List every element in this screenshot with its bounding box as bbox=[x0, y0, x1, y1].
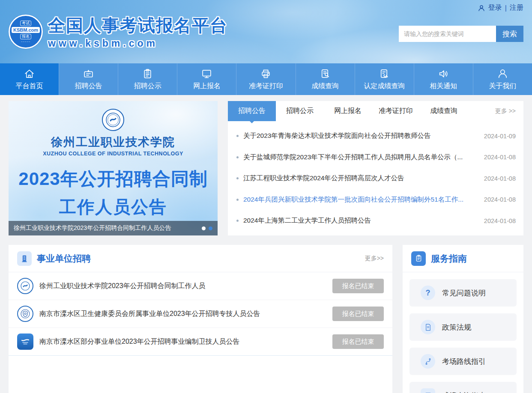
nav-item-recruit-publicity[interactable]: 招聘公示 bbox=[118, 63, 177, 95]
bullet-icon bbox=[236, 199, 239, 201]
question-icon: ? bbox=[421, 286, 435, 300]
service-header: 服务指南 bbox=[403, 245, 523, 272]
main-content: 徐州工业职业技术学院 XUZHOU COLLEGE OF INDUSTRIAL … bbox=[0, 95, 532, 235]
bullet-icon bbox=[236, 220, 239, 222]
person-icon bbox=[497, 68, 508, 80]
policy-icon bbox=[421, 320, 435, 334]
printer-icon bbox=[260, 68, 272, 80]
register-link[interactable]: 注册 bbox=[510, 3, 523, 12]
status-button[interactable]: 报名已结束 bbox=[332, 279, 384, 293]
nav-item-score-query[interactable]: 成绩查询 bbox=[296, 63, 355, 95]
status-button[interactable]: 报名已结束 bbox=[332, 307, 384, 321]
brand-text: 全国人事考试报名平台 www.ksbm.com bbox=[48, 14, 228, 49]
employment-more-link[interactable]: 更多>> bbox=[365, 255, 384, 262]
service-list: ? 常见问题说明 政策法规 考场路线指引 bbox=[403, 272, 523, 393]
public-institution-recruitment-panel: 事业单位招聘 更多>> 徐州工业职业技术学院2023年公开招聘合同制工作人员 报… bbox=[9, 245, 392, 393]
tab-recruit-announcements[interactable]: 招聘公告 bbox=[228, 101, 276, 121]
news-panel: 招聘公告 招聘公示 网上报名 准考证打印 成绩查询 更多 >> 关于2023年青… bbox=[228, 101, 523, 235]
nav-item-certified-score-query[interactable]: 认定成绩查询 bbox=[355, 63, 414, 95]
banner-headline-line1: 2023年公开招聘合同制 bbox=[9, 167, 218, 191]
carousel-caption-bar: 徐州工业职业技术学院2023年公开招聘合同制工作人员公告 bbox=[9, 221, 218, 235]
bottom-section: 事业单位招聘 更多>> 徐州工业职业技术学院2023年公开招聘合同制工作人员 报… bbox=[0, 235, 532, 393]
news-item[interactable]: 2024年上海第二工业大学工作人员招聘公告 2024-01-08 bbox=[236, 210, 516, 232]
search-input[interactable] bbox=[399, 26, 496, 42]
site-title: 全国人事考试报名平台 bbox=[48, 14, 228, 37]
tab-online-registration[interactable]: 网上报名 bbox=[324, 101, 372, 121]
service-title: 服务指南 bbox=[431, 253, 467, 265]
news-item[interactable]: 江苏工程职业技术学院2024年公开招聘高层次人才公告 2024-01-08 bbox=[236, 168, 516, 189]
nav-item-admission-ticket-print[interactable]: 准考证打印 bbox=[236, 63, 295, 95]
org-seal-icon bbox=[20, 280, 31, 292]
college-seal-logo bbox=[102, 109, 124, 131]
employment-item[interactable]: 徐州工业职业技术学院2023年公开招聘合同制工作人员 报名已结束 bbox=[9, 272, 392, 300]
search-button[interactable]: 搜索 bbox=[496, 26, 523, 42]
bullet-icon bbox=[236, 156, 239, 158]
speaker-icon bbox=[438, 68, 449, 80]
route-icon bbox=[421, 354, 435, 369]
nav-item-about-us[interactable]: 关于我们 bbox=[473, 63, 532, 95]
news-item[interactable]: 关于盐城师范学院2023年下半年公开招聘工作人员拟聘用人员名单公示（... 20… bbox=[236, 147, 516, 168]
news-tabs: 招聘公告 招聘公示 网上报名 准考证打印 成绩查询 更多 >> bbox=[228, 101, 523, 121]
banner-carousel[interactable]: 徐州工业职业技术学院 XUZHOU COLLEGE OF INDUSTRIAL … bbox=[9, 101, 218, 235]
employment-item[interactable]: 南京市溧水区卫生健康委员会所属事业单位2023年公开招聘专技人员公告 报名已结束 bbox=[9, 300, 392, 328]
carousel-caption[interactable]: 徐州工业职业技术学院2023年公开招聘合同制工作人员公告 bbox=[14, 224, 197, 232]
monitor-icon bbox=[201, 68, 212, 80]
nav-item-home[interactable]: 平台首页 bbox=[0, 63, 59, 95]
login-link[interactable]: 登录 bbox=[488, 3, 502, 12]
employment-item[interactable]: 南京市溧水区部分事业单位2023年公开招聘事业编制卫技人员公告 报名已结束 bbox=[9, 328, 392, 356]
bullet-icon bbox=[236, 135, 239, 137]
service-clipboard-icon bbox=[411, 251, 426, 266]
carousel-dots bbox=[202, 226, 212, 230]
logo-arc: ~~~~~ bbox=[21, 40, 31, 43]
clipboard-icon bbox=[415, 254, 423, 262]
topbar-divider: | bbox=[505, 4, 507, 12]
banner-headline-line2: 工作人员公告 bbox=[9, 195, 218, 219]
carousel-dot-1[interactable] bbox=[202, 226, 206, 230]
news-item[interactable]: 关于2023年青海柴达木职业技术学院面向社会公开招聘教师公告 2024-01-0… bbox=[236, 125, 516, 147]
news-more-link[interactable]: 更多 >> bbox=[495, 107, 523, 115]
building-icon bbox=[20, 254, 29, 263]
user-icon bbox=[478, 4, 485, 12]
news-list: 关于2023年青海柴达木职业技术学院面向社会公开招聘教师公告 2024-01-0… bbox=[228, 121, 523, 232]
home-icon bbox=[24, 68, 35, 80]
service-item-route[interactable]: 考场路线指引 bbox=[409, 348, 517, 375]
carousel-slide: 徐州工业职业技术学院 XUZHOU COLLEGE OF INDUSTRIAL … bbox=[9, 101, 218, 219]
org-logo-xuzhou bbox=[17, 278, 33, 294]
bullet-icon bbox=[236, 177, 239, 179]
doc-wrench-icon bbox=[379, 68, 390, 80]
doc-search-icon bbox=[320, 68, 331, 80]
site-url: www.ksbm.com bbox=[48, 38, 228, 49]
site-logo: 考试 KSBM.com 报名 ~~~~~ bbox=[9, 15, 43, 49]
score-guide-icon bbox=[421, 388, 435, 393]
carousel-dot-2[interactable] bbox=[209, 226, 212, 230]
status-button[interactable]: 报名已结束 bbox=[332, 334, 384, 349]
building-icon bbox=[17, 251, 32, 266]
service-item-score-guide[interactable]: 成绩查询指南 bbox=[409, 382, 517, 393]
tab-recruit-publicity[interactable]: 招聘公示 bbox=[276, 101, 324, 121]
nav-item-notices[interactable]: 相关通知 bbox=[414, 63, 473, 95]
announcement-icon bbox=[83, 68, 94, 80]
service-item-faq[interactable]: ? 常见问题说明 bbox=[409, 279, 517, 307]
logo-mid-label: KSBM.com bbox=[12, 27, 40, 33]
tab-score-query[interactable]: 成绩查询 bbox=[420, 101, 468, 121]
service-item-policy[interactable]: 政策法规 bbox=[409, 313, 517, 341]
tab-admission-ticket-print[interactable]: 准考证打印 bbox=[372, 101, 420, 121]
nav-item-recruit-announcements[interactable]: 招聘公告 bbox=[59, 63, 118, 95]
college-name-en: XUZHOU COLLEGE OF INDUSTRIAL TECHNOLOGY bbox=[9, 151, 218, 157]
college-seal-icon bbox=[105, 111, 122, 128]
logo-top-label: 考试 bbox=[20, 21, 31, 26]
org-shield-icon bbox=[20, 336, 30, 347]
brand[interactable]: 考试 KSBM.com 报名 ~~~~~ 全国人事考试报名平台 www.ksbm… bbox=[9, 14, 228, 49]
employment-title: 事业单位招聘 bbox=[37, 253, 91, 265]
clipboard-icon bbox=[142, 68, 153, 80]
topbar: 登录 | 注册 bbox=[478, 3, 523, 12]
search-bar: 搜索 bbox=[399, 26, 523, 42]
college-name-cn: 徐州工业职业技术学院 bbox=[9, 134, 218, 150]
org-logo-lishui-units bbox=[17, 333, 33, 350]
news-item[interactable]: 2024年兵团兴新职业技术学院第一批次面向社会公开招聘编制外51名工作... 2… bbox=[236, 189, 516, 211]
nav-item-online-registration[interactable]: 网上报名 bbox=[177, 63, 236, 95]
employment-header: 事业单位招聘 更多>> bbox=[9, 245, 392, 272]
logo-bottom-label: 报名 bbox=[20, 34, 31, 39]
page-header: 登录 | 注册 考试 KSBM.com 报名 ~~~~~ 全国人事考试报名平台 … bbox=[0, 0, 532, 63]
service-guide-panel: 服务指南 ? 常见问题说明 政策法规 bbox=[403, 245, 523, 393]
